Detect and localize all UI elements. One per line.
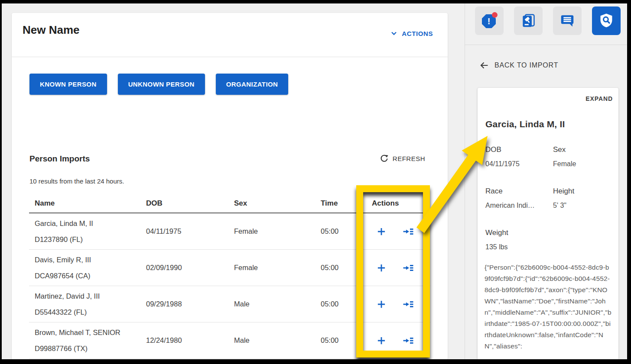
- known-person-button[interactable]: KNOWN PERSON: [29, 74, 107, 95]
- refresh-icon: [380, 154, 389, 163]
- shield-search-button[interactable]: [592, 6, 621, 35]
- import-person-button[interactable]: [403, 299, 414, 310]
- arrow-left-icon: [479, 60, 489, 71]
- person-name: Garcia, Linda M, II: [35, 216, 140, 232]
- table-header-row: Name DOB Sex Time Actions: [29, 194, 430, 213]
- expand-button[interactable]: EXPAND: [585, 95, 613, 102]
- frame-border: [0, 0, 631, 3]
- new-name-card: New Name ACTIONS KNOWN PERSON UNKNOWN PE…: [12, 13, 448, 360]
- detail-field-height: Height 5' 3": [553, 187, 574, 209]
- add-person-button[interactable]: [376, 335, 387, 346]
- toolbar-divider: [465, 45, 627, 45]
- person-id: DCA987654 (CA): [35, 268, 140, 284]
- person-dob: 09/29/1988: [140, 300, 228, 308]
- field-label: Race: [485, 187, 535, 196]
- chevron-down-icon: [390, 29, 398, 37]
- import-person-button[interactable]: [403, 262, 414, 274]
- field-label: DOB: [485, 145, 520, 154]
- column-header-dob: DOB: [140, 199, 228, 208]
- column-header-name: Name: [29, 199, 140, 208]
- alert-octagon-icon: !: [481, 13, 497, 29]
- field-value: 5' 3": [553, 202, 574, 209]
- person-name: Martinez, David J, III: [35, 288, 140, 304]
- detail-field-race: Race American Indi…: [485, 187, 535, 209]
- import-person-button[interactable]: [403, 226, 414, 237]
- person-imports-title: Person Imports: [29, 154, 90, 164]
- person-time: 05:00: [315, 336, 366, 345]
- gavel-document-icon: [520, 13, 537, 29]
- person-id: D1237890 (FL): [35, 232, 140, 248]
- person-time: 05:00: [315, 264, 366, 272]
- person-id: D99887766 (TX): [35, 341, 140, 357]
- person-dob: 02/09/1990: [140, 264, 228, 272]
- frame-border: [0, 0, 2, 364]
- detail-field-weight: Weight 135 lbs: [485, 229, 508, 251]
- refresh-button[interactable]: REFRESH: [380, 154, 425, 163]
- legal-records-button[interactable]: [514, 6, 543, 35]
- create-button-row: KNOWN PERSON UNKNOWN PERSON ORGANIZATION: [29, 74, 288, 95]
- plus-icon: [376, 226, 387, 237]
- frame-border: [0, 359, 631, 364]
- arrow-into-list-icon: [403, 263, 414, 273]
- arrow-into-list-icon: [403, 299, 414, 309]
- person-id: D55443322 (FL): [35, 304, 140, 320]
- import-person-button[interactable]: [403, 335, 414, 346]
- results-summary: 10 results from the last 24 hours.: [29, 177, 124, 185]
- table-row: Garcia, Linda M, II D1237890 (FL) 04/11/…: [29, 213, 430, 250]
- detail-person-name: Garcia, Linda M, II: [485, 119, 565, 129]
- frame-border: [627, 0, 631, 364]
- notification-dot: [492, 12, 498, 18]
- alerts-button[interactable]: !: [475, 6, 504, 35]
- right-toolbar: !: [475, 6, 621, 35]
- page-title: New Name: [23, 23, 80, 37]
- actions-menu-button[interactable]: ACTIONS: [390, 29, 433, 37]
- raw-json-text: {"Person":{"62b6009c-b004-4552-8dc9-b9f0…: [485, 262, 613, 352]
- person-dob: 12/24/1980: [140, 336, 228, 345]
- person-sex: Male: [228, 336, 315, 345]
- plus-icon: [376, 262, 387, 274]
- shield-search-icon: [598, 13, 615, 29]
- field-value: Female: [553, 160, 576, 168]
- table-row: Davis, Emily R, III DCA987654 (CA) 02/09…: [29, 250, 430, 286]
- detail-field-sex: Sex Female: [553, 145, 576, 168]
- arrow-into-list-icon: [403, 226, 414, 237]
- person-imports-table: Name DOB Sex Time Actions Garcia, Linda …: [29, 194, 430, 359]
- add-person-button[interactable]: [376, 299, 387, 310]
- column-header-actions: Actions: [366, 199, 430, 208]
- table-row: Martinez, David J, III D55443322 (FL) 09…: [29, 286, 430, 322]
- back-to-import-label: BACK TO IMPORT: [494, 61, 558, 69]
- unknown-person-button[interactable]: UNKNOWN PERSON: [118, 74, 205, 95]
- field-label: Height: [553, 187, 574, 196]
- person-detail-card: EXPAND Garcia, Linda M, II DOB 04/11/197…: [478, 88, 618, 360]
- arrow-into-list-icon: [403, 335, 414, 346]
- column-header-sex: Sex: [228, 199, 315, 208]
- refresh-label: REFRESH: [393, 155, 425, 162]
- comments-button[interactable]: [553, 6, 582, 35]
- person-sex: Male: [228, 300, 315, 308]
- chat-icon: [559, 13, 576, 29]
- person-name: Davis, Emily R, III: [35, 252, 140, 268]
- actions-menu-label: ACTIONS: [402, 30, 433, 37]
- header-divider: [12, 57, 448, 57]
- app-screen: New Name ACTIONS KNOWN PERSON UNKNOWN PE…: [0, 0, 631, 364]
- person-time: 05:00: [315, 300, 366, 308]
- detail-field-dob: DOB 04/11/1975: [485, 145, 520, 168]
- field-value: 135 lbs: [485, 243, 508, 251]
- field-value: American Indi…: [485, 202, 535, 209]
- person-dob: 04/11/1975: [140, 227, 228, 235]
- field-label: Weight: [485, 229, 508, 237]
- field-value: 04/11/1975: [485, 160, 520, 168]
- panel-divider: [465, 3, 465, 359]
- column-header-time: Time: [315, 199, 366, 208]
- organization-button[interactable]: ORGANIZATION: [216, 74, 289, 95]
- plus-icon: [376, 299, 387, 310]
- person-name: Brown, Michael T, SENIOR: [35, 325, 140, 341]
- person-sex: Female: [228, 227, 315, 235]
- person-time: 05:00: [315, 227, 366, 235]
- person-sex: Female: [228, 264, 315, 272]
- back-to-import-button[interactable]: BACK TO IMPORT: [479, 60, 558, 71]
- add-person-button[interactable]: [376, 226, 387, 237]
- field-label: Sex: [553, 145, 576, 154]
- add-person-button[interactable]: [376, 262, 387, 274]
- plus-icon: [376, 335, 387, 346]
